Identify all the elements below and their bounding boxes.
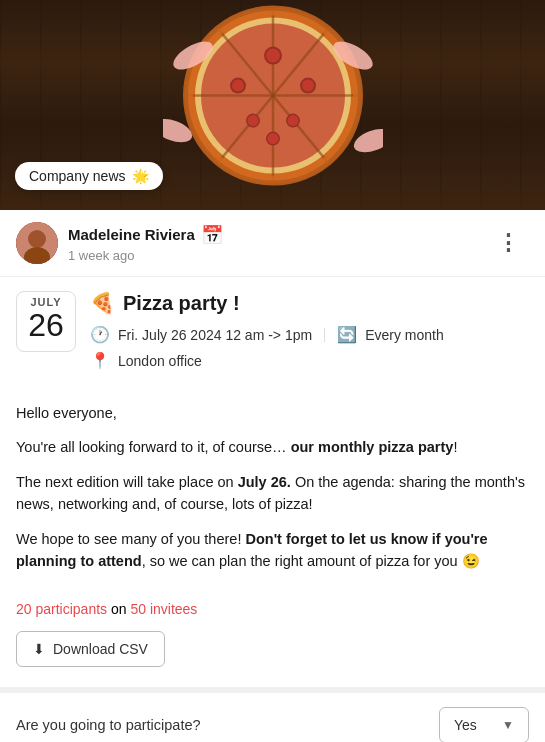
pizza-illustration [163,0,383,210]
participants-row: 20 participants on 50 invitees [0,601,545,631]
calendar-icon: 📅 [201,224,223,246]
location-icon: 📍 [90,351,110,370]
svg-point-17 [287,115,298,126]
post-header: Madeleine Riviera 📅 1 week ago ⋮ [0,210,545,277]
participate-row: Are you going to participate? Yes ▼ [0,693,545,742]
download-label: Download CSV [53,641,148,657]
on-text: on [107,601,130,617]
chevron-down-icon: ▼ [502,718,514,732]
svg-point-13 [302,80,314,92]
para2-prefix: You're all looking forward to it, of cou… [16,439,291,455]
svg-point-11 [232,80,244,92]
date-day: 26 [27,308,65,343]
author-details: Madeleine Riviera 📅 1 week ago [68,224,223,263]
time-icon: 🕐 [90,325,110,344]
company-news-tag[interactable]: Company news 🌟 [15,162,163,190]
body-para3: The next edition will take place on July… [16,471,529,516]
svg-point-19 [267,133,278,144]
event-meta: 🕐 Fri. July 26 2024 12 am -> 1pm 🔄 Every… [90,325,444,370]
author-name-text: Madeleine Riviera [68,226,195,243]
invitees-count-link[interactable]: 50 invitees [130,601,197,617]
date-box: JULY 26 [16,291,76,352]
participate-answer: Yes [454,717,477,733]
recurrence-label: Every month [365,327,444,343]
recurrence-icon: 🔄 [337,325,357,344]
svg-point-26 [28,230,46,248]
event-card: JULY 26 🍕 Pizza party ! 🕐 Fri. July 26 2… [0,277,545,402]
participants-count-link[interactable]: 20 participants [16,601,107,617]
hero-section: Company news 🌟 [0,0,545,210]
event-header: JULY 26 🍕 Pizza party ! 🕐 Fri. July 26 2… [16,291,529,370]
author-name-row: Madeleine Riviera 📅 [68,224,223,246]
participate-question: Are you going to participate? [16,717,201,733]
post-timestamp: 1 week ago [68,248,223,263]
location-label: London office [118,353,202,369]
para2-suffix: ! [453,439,457,455]
body-para2: You're all looking forward to it, of cou… [16,436,529,458]
pizza-emoji-icon: 🍕 [90,291,115,315]
download-btn-wrapper: ⬇ Download CSV [0,631,545,687]
avatar [16,222,58,264]
svg-point-15 [247,115,258,126]
author-info: Madeleine Riviera 📅 1 week ago [16,222,223,264]
body-para1: Hello everyone, [16,402,529,424]
download-icon: ⬇ [33,641,45,657]
event-title: 🍕 Pizza party ! [90,291,444,315]
time-label: Fri. July 26 2024 12 am -> 1pm [118,327,312,343]
company-news-label: Company news [29,168,126,184]
event-details: 🍕 Pizza party ! 🕐 Fri. July 26 2024 12 a… [90,291,444,370]
participate-select[interactable]: Yes ▼ [439,707,529,742]
post-body: Hello everyone, You're all looking forwa… [0,402,545,601]
svg-point-9 [266,49,280,63]
location-row: 📍 London office [90,351,444,370]
para3-bold: July 26. [238,474,291,490]
para4-prefix: We hope to see many of you there! [16,531,245,547]
para4-suffix: , so we can plan the right amount of piz… [142,553,480,569]
body-para4: We hope to see many of you there! Don't … [16,528,529,573]
time-row: 🕐 Fri. July 26 2024 12 am -> 1pm 🔄 Every… [90,325,444,344]
download-csv-button[interactable]: ⬇ Download CSV [16,631,165,667]
tag-emoji: 🌟 [132,168,149,184]
meta-divider [324,328,325,342]
more-options-button[interactable]: ⋮ [489,226,529,260]
para3-prefix: The next edition will take place on [16,474,238,490]
event-title-text: Pizza party ! [123,292,240,315]
para2-bold: our monthly pizza party [291,439,454,455]
